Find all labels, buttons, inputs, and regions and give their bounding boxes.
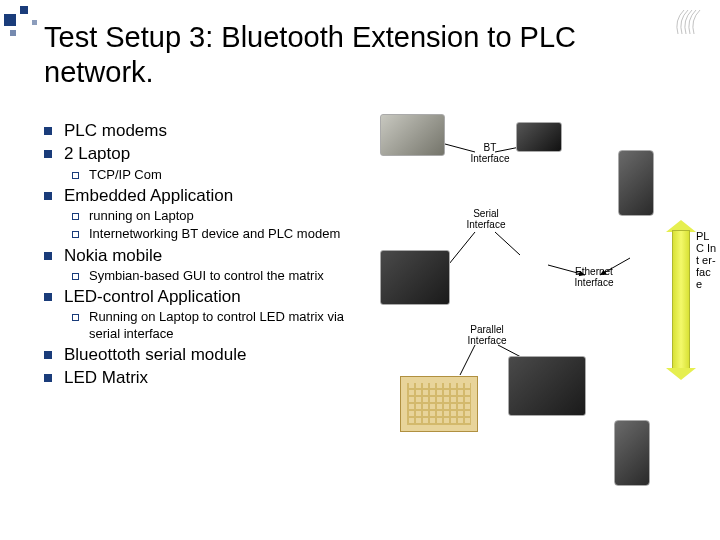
square-bullet-icon — [44, 293, 52, 301]
plc-interface-label: PL C Int er-fac e — [696, 230, 718, 290]
connector-lines — [370, 110, 710, 505]
setup-diagram: BT Interface Serial Interface Ethernet I… — [370, 110, 710, 505]
mobile-device-image — [380, 114, 445, 156]
parallel-interface-label: Parallel Interface — [466, 324, 508, 346]
bt-interface-label: BT Interface — [470, 142, 510, 164]
bullet-text: LED-control Application — [64, 286, 241, 307]
hollow-square-bullet-icon — [72, 273, 79, 280]
square-bullet-icon — [44, 150, 52, 158]
ethernet-interface-label: Ethernet Interface — [570, 266, 618, 288]
bullet-list: PLC modems2 LaptopTCP/IP ComEmbedded App… — [44, 120, 364, 390]
bullet-item: LED-control Application — [44, 286, 364, 307]
slide-title: Test Setup 3: Bluetooth Extension to PLC… — [44, 20, 676, 90]
square-bullet-icon — [44, 192, 52, 200]
bullet-text: LED Matrix — [64, 367, 148, 388]
bullet-item: LED Matrix — [44, 367, 364, 388]
hollow-square-bullet-icon — [72, 314, 79, 321]
bullet-text: Blueottoth serial module — [64, 344, 246, 365]
logo-icon — [674, 6, 708, 36]
bullet-text: PLC modems — [64, 120, 167, 141]
bt-module-image — [516, 122, 562, 152]
bullet-item: 2 Laptop — [44, 143, 364, 164]
square-bullet-icon — [44, 374, 52, 382]
bullet-text: Embedded Application — [64, 185, 233, 206]
led-matrix-image — [400, 376, 478, 432]
bullet-item: PLC modems — [44, 120, 364, 141]
hollow-square-bullet-icon — [72, 231, 79, 238]
laptop-image-1 — [380, 250, 450, 305]
square-bullet-icon — [44, 351, 52, 359]
sub-bullet-text: Symbian-based GUI to control the matrix — [89, 268, 324, 284]
sub-bullet-item: running on Laptop — [72, 208, 364, 224]
sub-bullet-item: Running on Laptop to control LED matrix … — [72, 309, 364, 342]
square-bullet-icon — [44, 252, 52, 260]
sub-bullet-text: TCP/IP Com — [89, 167, 162, 183]
sub-bullet-text: Running on Laptop to control LED matrix … — [89, 309, 364, 342]
svg-line-6 — [460, 345, 475, 375]
hollow-square-bullet-icon — [72, 213, 79, 220]
sub-bullet-item: Internetworking BT device and PLC modem — [72, 226, 364, 242]
serial-interface-label: Serial Interface — [464, 208, 508, 230]
laptop-image-2 — [508, 356, 586, 416]
bullet-text: Nokia mobile — [64, 245, 162, 266]
sub-bullet-item: Symbian-based GUI to control the matrix — [72, 268, 364, 284]
bullet-item: Embedded Application — [44, 185, 364, 206]
plc-modem-image-2 — [614, 420, 650, 486]
sub-bullet-text: Internetworking BT device and PLC modem — [89, 226, 340, 242]
plc-modem-image — [618, 150, 654, 216]
bullet-text: 2 Laptop — [64, 143, 130, 164]
square-bullet-icon — [44, 127, 52, 135]
bullet-item: Blueottoth serial module — [44, 344, 364, 365]
svg-line-3 — [495, 232, 520, 255]
bullet-item: Nokia mobile — [44, 245, 364, 266]
plc-interface-arrow — [666, 220, 696, 380]
sub-bullet-text: running on Laptop — [89, 208, 194, 224]
sub-bullet-item: TCP/IP Com — [72, 167, 364, 183]
hollow-square-bullet-icon — [72, 172, 79, 179]
